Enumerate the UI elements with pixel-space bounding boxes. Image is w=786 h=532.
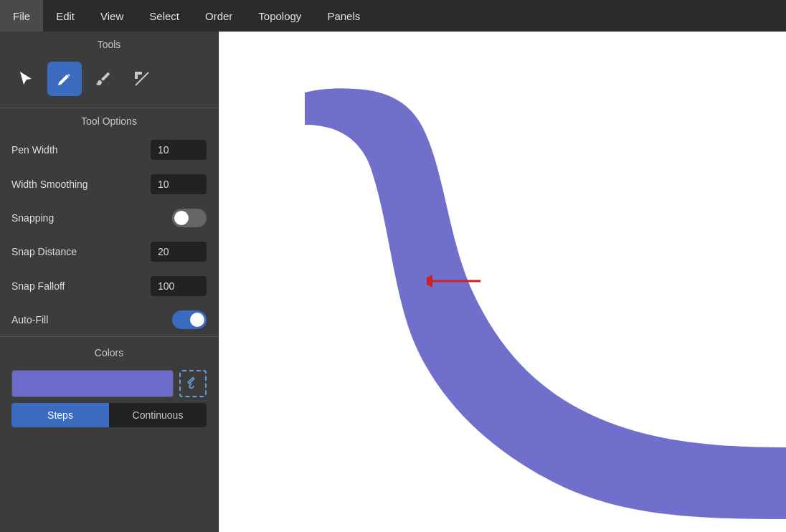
main-content: Tools [0,32,786,532]
tools-row [0,56,218,108]
menu-order[interactable]: Order [192,0,245,32]
select-icon [17,70,34,87]
steps-continuous-row: Steps Continuous [0,403,218,427]
canvas-area[interactable] [219,32,786,532]
snap-distance-label: Snap Distance [11,246,77,257]
sidebar: Tools [0,32,219,532]
paint-icon [95,70,112,87]
auto-fill-knob [190,313,204,327]
auto-fill-slider [172,310,207,329]
tools-section-title: Tools [0,32,218,56]
menu-topology[interactable]: Topology [245,0,314,32]
pen-width-row: Pen Width [0,133,218,167]
menu-panels[interactable]: Panels [314,0,373,32]
colors-title: Colors [0,340,218,364]
snapping-knob [174,211,189,225]
menu-edit[interactable]: Edit [43,0,87,32]
menu-select[interactable]: Select [136,0,192,32]
color-swatch-row [0,364,218,403]
auto-fill-toggle[interactable] [172,310,207,329]
snap-distance-input[interactable] [151,242,207,262]
snapping-slider [172,209,207,227]
options-divider [0,336,218,337]
width-smoothing-input[interactable] [151,174,207,194]
pen-icon [56,70,73,87]
auto-fill-row: Auto-Fill [0,303,218,336]
width-smoothing-label: Width Smoothing [11,179,88,190]
snapping-label: Snapping [11,212,54,224]
select-tool-button[interactable] [9,62,43,96]
colors-section: Colors Steps Continuous [0,340,218,427]
continuous-button[interactable]: Continuous [109,403,207,427]
snap-falloff-input[interactable] [151,276,207,296]
pen-width-input[interactable] [151,140,207,160]
eyedropper-icon [186,376,200,391]
steps-button[interactable]: Steps [11,403,109,427]
width-smoothing-row: Width Smoothing [0,167,218,201]
color-swatch[interactable] [11,370,174,397]
auto-fill-label: Auto-Fill [11,314,48,326]
pen-width-label: Pen Width [11,144,58,156]
svg-point-0 [60,82,62,84]
tool-options-title: Tool Options [0,108,218,133]
corner-icon [133,70,151,87]
menubar: File Edit View Select Order Topology Pan… [0,0,786,32]
snap-distance-row: Snap Distance [0,234,218,269]
snapping-toggle[interactable] [172,209,207,227]
eyedropper-button[interactable] [179,370,207,397]
brush-stroke-shape [305,88,786,519]
canvas-svg [219,32,786,532]
paint-tool-button[interactable] [86,62,120,96]
svg-point-1 [189,386,191,387]
menu-view[interactable]: View [87,0,136,32]
snap-falloff-row: Snap Falloff [0,269,218,303]
pen-tool-button[interactable] [47,62,82,96]
tool-options-section: Tool Options Pen Width Width Smoothing S… [0,108,218,336]
snapping-row: Snapping [0,201,218,234]
snap-falloff-label: Snap Falloff [11,280,65,292]
corner-tool-button[interactable] [125,62,159,96]
menu-file[interactable]: File [0,0,43,32]
